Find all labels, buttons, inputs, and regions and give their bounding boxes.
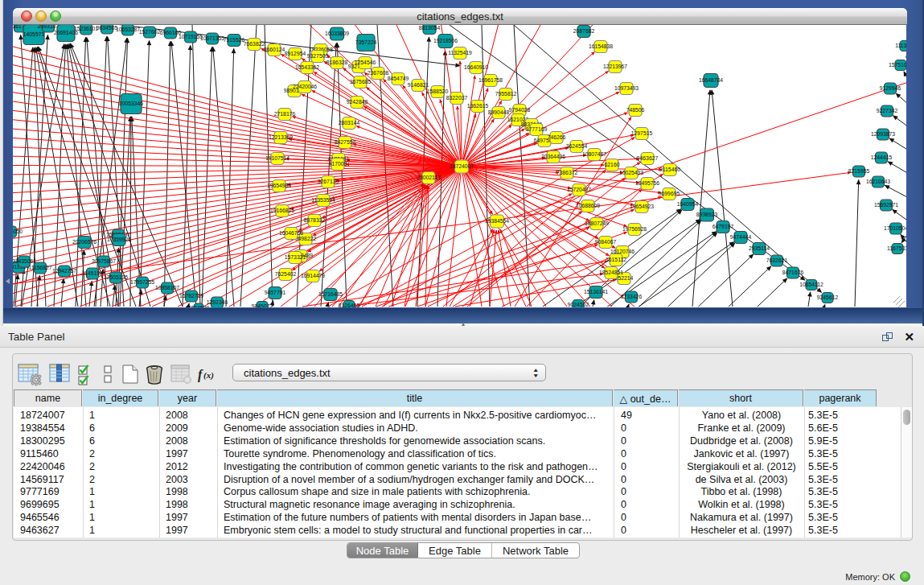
svg-text:3267130: 3267130 [318,179,339,184]
svg-text:12213967: 12213967 [603,64,627,69]
svg-text:18524851: 18524851 [599,270,623,275]
svg-text:1640954: 1640954 [677,201,699,207]
svg-text:19218506: 19218506 [433,38,458,43]
svg-text:16648784: 16648784 [699,77,723,83]
svg-text:3624554: 3624554 [566,143,588,149]
svg-text:16961758: 16961758 [478,77,503,83]
svg-text:7955812: 7955812 [495,91,517,97]
svg-text:3675685: 3675685 [350,79,372,84]
svg-text:18724007: 18724007 [450,163,474,169]
svg-text:7663822: 7663822 [244,41,265,47]
svg-text:9245612: 9245612 [817,295,839,300]
svg-text:16914479: 16914479 [301,273,325,278]
svg-text:9794028: 9794028 [509,107,531,113]
svg-text:8215955: 8215955 [848,168,870,174]
svg-text:26266050: 26266050 [13,229,23,234]
svg-text:9146821: 9146821 [408,82,429,88]
svg-text:16210643: 16210643 [866,179,890,184]
svg-text:17010504: 17010504 [884,225,906,231]
svg-text:23002113: 23002113 [417,175,441,180]
svg-text:19756928: 19756928 [622,226,647,232]
svg-text:9777169: 9777169 [526,126,548,132]
svg-text:10025433: 10025433 [619,170,643,175]
svg-text:2367608: 2367608 [368,70,389,76]
svg-text:7632621: 7632621 [766,257,788,263]
svg-text:10807487: 10807487 [582,151,606,157]
svg-text:10654112: 10654112 [799,282,823,287]
svg-text:12213369: 12213369 [269,134,293,140]
svg-text:17359926: 17359926 [107,237,131,242]
svg-text:8454749: 8454749 [388,76,409,81]
svg-text:12942757: 12942757 [52,268,76,274]
svg-text:16640910: 16640910 [464,64,488,70]
svg-text:10958107: 10958107 [155,285,179,290]
svg-text:8427552: 8427552 [335,139,356,145]
svg-text:2935114: 2935114 [749,245,770,251]
svg-text:1167533: 1167533 [887,245,906,251]
svg-text:2803144: 2803144 [339,120,360,126]
svg-text:1362615: 1362615 [467,103,489,109]
svg-text:2087682: 2087682 [573,28,595,34]
svg-text:12093873: 12093873 [871,131,895,137]
svg-text:9084067: 9084067 [595,239,617,245]
svg-text:11325419: 11325419 [448,50,472,56]
svg-text:19654923: 19654923 [630,204,654,209]
svg-text:9242848: 9242848 [347,99,368,105]
svg-text:15692971: 15692971 [874,202,898,208]
svg-text:9245072: 9245072 [252,303,273,307]
svg-text:1588520: 1588520 [427,89,449,94]
svg-text:9498222: 9498222 [295,236,317,241]
svg-text:2093107: 2093107 [38,25,60,29]
svg-text:19384554: 19384554 [485,218,509,224]
svg-text:8813054: 8813054 [419,25,441,31]
svg-text:18495756: 18495756 [635,180,659,186]
svg-text:19107514: 19107514 [265,155,290,161]
svg-text:9129946: 9129946 [880,85,901,91]
svg-text:8322037: 8322037 [446,95,468,101]
svg-text:7694530: 7694530 [188,305,210,307]
svg-text:8186328: 8186328 [326,60,348,65]
svg-text:9327503: 9327503 [307,53,329,59]
svg-text:1297515: 1297515 [631,130,653,136]
svg-text:1615112: 1615112 [606,257,626,262]
svg-text:20206576: 20206576 [72,239,97,245]
svg-text:10653287: 10653287 [116,27,140,32]
svg-text:10719155: 10719155 [179,34,203,39]
svg-text:11156827: 11156827 [28,265,51,270]
svg-text:7625402: 7625402 [275,271,297,277]
svg-text:1405571: 1405571 [23,31,45,37]
svg-text:746266: 746266 [548,134,566,140]
svg-text:8660124: 8660124 [264,47,285,52]
svg-text:10688609: 10688609 [576,203,600,208]
svg-text:1527602: 1527602 [139,29,161,35]
svg-text:16154838: 16154838 [589,43,613,49]
svg-text:7386372: 7386372 [556,170,578,175]
svg-text:1113058: 1113058 [895,43,906,48]
svg-text:8471676: 8471676 [782,270,804,275]
svg-text:15720407: 15720407 [567,187,591,192]
svg-text:1573321: 1573321 [285,254,306,260]
svg-text:22420046: 22420046 [293,84,317,89]
svg-text:1254546: 1254546 [355,60,376,65]
svg-text:2718176: 2718176 [274,111,296,117]
svg-text:20364436: 20364436 [541,154,565,159]
svg-text:8938923: 8938923 [696,212,718,217]
svg-text:9634505: 9634505 [97,25,118,31]
svg-text:9699695: 9699695 [659,191,680,196]
svg-text:6479197: 6479197 [713,224,734,229]
svg-text:8126465: 8126465 [339,303,360,307]
svg-text:1244415: 1244415 [871,154,893,160]
svg-text:9474444: 9474444 [730,234,752,240]
svg-text:f: f [198,368,203,382]
svg-text:11353594: 11353594 [311,197,335,203]
svg-text:9115460: 9115460 [659,167,680,172]
svg-text:8878332: 8878332 [304,217,326,223]
svg-text:15751074: 15751074 [889,62,906,68]
svg-text:9463627: 9463627 [637,155,659,161]
svg-text:417008: 417008 [329,161,347,167]
svg-text:8912954: 8912954 [285,51,306,56]
svg-text:33435061: 33435061 [13,258,36,264]
svg-text:62160: 62160 [605,162,620,167]
svg-text:1292346: 1292346 [207,299,228,305]
svg-text:16782759: 16782759 [179,293,203,299]
